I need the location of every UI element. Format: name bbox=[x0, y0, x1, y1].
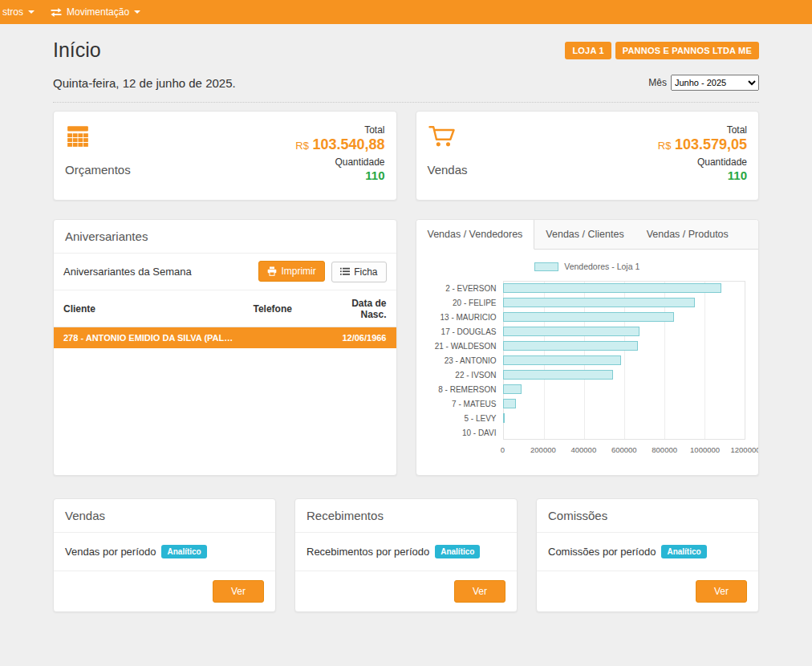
chart-row: 10 - DAVI bbox=[429, 425, 746, 440]
report-body-text: Vendas por período bbox=[65, 546, 156, 558]
chart-row: 21 - WALDESON bbox=[429, 339, 746, 353]
chart-category-label: 23 - ANTONIO bbox=[429, 356, 503, 365]
chart-bar-track bbox=[503, 339, 746, 353]
chart-xaxis: 020000040000060000080000010000001200000 bbox=[503, 443, 746, 455]
chart-rows: 2 - EVERSON20 - FELIPE13 - MAURICIO17 - … bbox=[429, 281, 746, 440]
quantity-label: Quantidade bbox=[697, 156, 747, 168]
legend-label: Vendedores - Loja 1 bbox=[564, 262, 639, 271]
print-button[interactable]: Imprimir bbox=[258, 261, 324, 282]
x-tick-label: 600000 bbox=[611, 445, 637, 454]
chart-bar[interactable] bbox=[503, 384, 522, 394]
chart-row: 2 - EVERSON bbox=[429, 281, 746, 295]
chart-bar[interactable] bbox=[503, 283, 721, 293]
chart-category-label: 13 - MAURICIO bbox=[429, 313, 503, 322]
chart-row: 23 - ANTONIO bbox=[429, 353, 746, 368]
report-title: Vendas bbox=[54, 499, 275, 533]
chart-bar[interactable] bbox=[503, 399, 516, 408]
birthday-cell-birth[interactable]: 12/06/1966 bbox=[316, 327, 396, 348]
birthdays-subtitle: Aniversariantes da Semana bbox=[63, 266, 192, 278]
chevron-down-icon bbox=[28, 10, 35, 14]
company-badge[interactable]: PANNOS E PANNOS LTDA ME bbox=[615, 42, 759, 59]
chart-bar[interactable] bbox=[503, 355, 621, 365]
chart-category-label: 8 - REMERSON bbox=[429, 385, 503, 394]
chart-row: 13 - MAURICIO bbox=[429, 310, 746, 324]
month-select[interactable]: Junho - 2025 bbox=[671, 75, 759, 91]
chart-category-label: 17 - DOUGLAS bbox=[429, 327, 503, 336]
calculator-icon bbox=[65, 124, 131, 152]
chart-bar[interactable] bbox=[503, 298, 695, 307]
total-label: Total bbox=[727, 124, 747, 136]
store-badge[interactable]: LOJA 1 bbox=[565, 42, 611, 59]
chart-bar[interactable] bbox=[503, 413, 505, 423]
birthday-cell-client[interactable]: 278 - ANTONIO EMIDIO DA SILVA (PALE... bbox=[54, 327, 244, 348]
chart-bar-track bbox=[503, 396, 746, 411]
x-tick-label: 400000 bbox=[570, 445, 596, 454]
chart-category-label: 21 - WALDESON bbox=[429, 342, 503, 351]
chart-row: 7 - MATEUS bbox=[429, 396, 746, 411]
chart-bar[interactable] bbox=[503, 327, 639, 336]
page-title: Início bbox=[53, 39, 101, 62]
report-body-text: Comissões por período bbox=[548, 546, 656, 558]
file-button[interactable]: Ficha bbox=[331, 262, 386, 282]
budgets-summary-card: Orçamentos Total R$ 103.540,88 Quantidad… bbox=[53, 111, 397, 201]
date-row: Quinta-feira, 12 de junho de 2025. Mês J… bbox=[53, 75, 759, 103]
x-tick-label: 1200000 bbox=[731, 445, 759, 454]
chart-bar-track bbox=[503, 353, 746, 368]
chart-bar[interactable] bbox=[503, 370, 613, 380]
ver-button[interactable]: Ver bbox=[454, 580, 505, 603]
nav-item-cadastros[interactable]: stros bbox=[0, 0, 43, 24]
total-value: R$ 103.579,05 bbox=[658, 136, 747, 153]
birthday-table-body: 278 - ANTONIO EMIDIO DA SILVA (PALE...12… bbox=[54, 327, 396, 348]
chart-category-label: 2 - EVERSON bbox=[429, 284, 503, 293]
list-icon bbox=[340, 267, 350, 276]
x-tick-label: 200000 bbox=[530, 445, 556, 454]
header-badges: LOJA 1 PANNOS E PANNOS LTDA ME bbox=[565, 42, 759, 59]
column-data-nasc: Data de Nasc. bbox=[316, 290, 396, 327]
nav-item-movimentacao[interactable]: Movimentação bbox=[43, 0, 148, 24]
analitico-badge: Analítico bbox=[661, 545, 706, 558]
chevron-down-icon bbox=[134, 10, 140, 14]
chart-bar-track bbox=[503, 324, 746, 339]
chart-bar[interactable] bbox=[503, 312, 674, 322]
birthdays-title: Aniversariantes bbox=[54, 220, 396, 254]
chart-bar-track bbox=[503, 310, 746, 324]
sellers-chart: Vendedores - Loja 1 2 - EVERSON20 - FELI… bbox=[416, 250, 759, 461]
chart-bar[interactable] bbox=[503, 341, 639, 351]
ver-button[interactable]: Ver bbox=[213, 580, 264, 603]
current-date: Quinta-feira, 12 de junho de 2025. bbox=[53, 76, 236, 90]
analitico-badge: Analítico bbox=[435, 545, 480, 558]
chart-bar-track bbox=[503, 425, 746, 440]
column-cliente: Cliente bbox=[54, 290, 244, 327]
total-value: R$ 103.540,88 bbox=[295, 136, 384, 153]
chart-bar-track bbox=[503, 281, 746, 295]
report-title: Recebimentos bbox=[295, 499, 517, 533]
total-label: Total bbox=[364, 124, 384, 136]
birthdays-card: Aniversariantes Aniversariantes da Seman… bbox=[53, 219, 397, 476]
chart-bar-track bbox=[503, 368, 746, 382]
birthday-cell-phone[interactable] bbox=[244, 327, 316, 348]
column-telefone: Telefone bbox=[244, 290, 316, 327]
chart-row: 17 - DOUGLAS bbox=[429, 324, 746, 339]
chart-bar-track bbox=[503, 295, 746, 310]
quantity-value: 110 bbox=[365, 169, 384, 182]
quantity-label: Quantidade bbox=[335, 156, 384, 168]
report-body-text: Recebimentos por período bbox=[307, 546, 429, 558]
sales-summary-card: Vendas Total R$ 103.579,05 Quantidade 11… bbox=[416, 111, 760, 201]
printer-icon bbox=[267, 266, 277, 276]
tab-vendas-clientes[interactable]: Vendas / Clientes bbox=[534, 220, 635, 249]
exchange-icon bbox=[51, 7, 62, 18]
ver-button[interactable]: Ver bbox=[696, 580, 747, 603]
month-label: Mês bbox=[648, 77, 667, 88]
chart-row: 8 - REMERSON bbox=[429, 382, 746, 396]
chart-category-label: 5 - LEVY bbox=[429, 414, 503, 423]
report-card-comissoes: Comissões Comissões por período Analític… bbox=[536, 498, 759, 612]
x-tick-label: 0 bbox=[501, 445, 505, 454]
chart-bar-track bbox=[503, 411, 746, 425]
tab-vendas-produtos[interactable]: Vendas / Produtos bbox=[635, 220, 740, 249]
chart-row: 20 - FELIPE bbox=[429, 295, 746, 310]
chart-category-label: 22 - IVSON bbox=[429, 371, 503, 380]
chart-category-label: 20 - FELIPE bbox=[429, 298, 503, 307]
tab-vendas-vendedores[interactable]: Vendas / Vendedores bbox=[416, 220, 535, 250]
cart-icon bbox=[428, 124, 468, 152]
birthday-row[interactable]: 278 - ANTONIO EMIDIO DA SILVA (PALE...12… bbox=[54, 327, 396, 348]
